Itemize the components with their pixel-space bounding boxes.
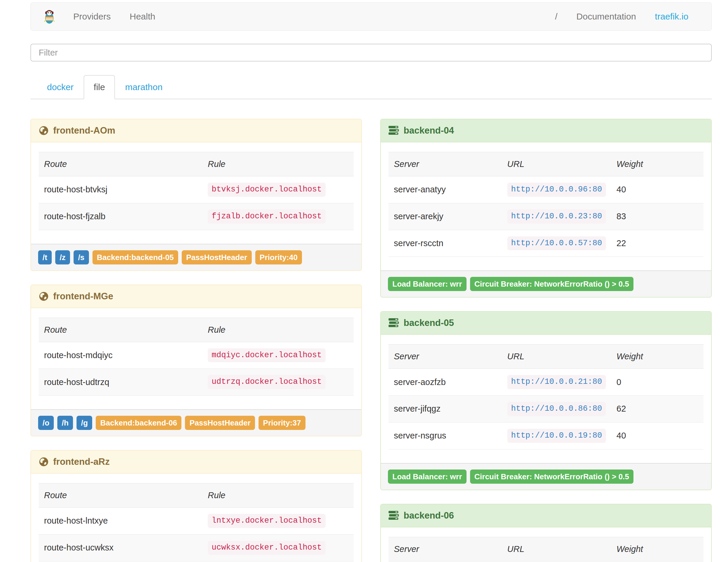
backends-column: backend-04 Server URL Weight xyxy=(380,119,712,562)
column-header-server: Server xyxy=(389,537,502,561)
frontend-title: frontend-MGe xyxy=(53,291,113,302)
route-name: route-host-ucwksx xyxy=(39,534,202,561)
rule-value: ucwksx.docker.localhost xyxy=(208,541,326,555)
circuit-breaker-badge: Circuit Breaker: NetworkErrorRatio () > … xyxy=(470,470,634,484)
priority-badge: Priority:40 xyxy=(255,250,302,264)
column-header-route: Route xyxy=(39,318,202,342)
server-url-link[interactable]: http://10.0.0.96:80 xyxy=(507,183,606,197)
backend-badge: Backend:backend-06 xyxy=(96,416,181,430)
load-balancer-badge: Load Balancer: wrr xyxy=(388,470,467,484)
server-url-link[interactable]: http://10.0.0.57:80 xyxy=(507,236,606,251)
frontend-panel-body: Route Rule route-host-mdqiyc mdqiyc.dock… xyxy=(31,308,361,410)
backend-panel-header: backend-06 xyxy=(381,504,711,527)
nav-link-providers[interactable]: Providers xyxy=(64,12,120,22)
frontend-panel-header: frontend-aRz xyxy=(31,451,361,474)
column-header-url: URL xyxy=(502,345,611,369)
server-name: server-arekjy xyxy=(389,203,502,230)
path-badge: /s xyxy=(74,250,89,264)
frontend-panel-header: frontend-AOm xyxy=(31,119,361,142)
traefik-logo-icon xyxy=(43,9,56,24)
rule-value: fjzalb.docker.localhost xyxy=(208,209,326,224)
server-row: server-jifqgz http://10.0.0.86:80 62 xyxy=(389,396,703,423)
server-url-link[interactable]: http://10.0.0.21:80 xyxy=(507,375,606,389)
path-badge: /t xyxy=(38,250,52,264)
tab-marathon[interactable]: marathon xyxy=(115,75,173,99)
routes-table: Route Rule route-host-btvksj btvksj.dock… xyxy=(39,152,354,230)
frontend-panel-header: frontend-MGe xyxy=(31,285,361,308)
rule-value: btvksj.docker.localhost xyxy=(208,183,326,197)
backend-panel-footer: Load Balancer: wrr Circuit Breaker: Netw… xyxy=(381,270,711,297)
frontend-title: frontend-aRz xyxy=(53,457,110,467)
globe-icon xyxy=(39,126,49,136)
servers-table: Server URL Weight server-anatyy http://1… xyxy=(389,152,703,257)
frontend-panel-footer: /o /h /g Backend:backend-06 PassHostHead… xyxy=(31,409,361,436)
tab-docker[interactable]: docker xyxy=(37,75,84,99)
filter-wrap xyxy=(30,44,712,61)
server-row: server-nsgrus http://10.0.0.19:80 40 xyxy=(389,422,703,449)
frontend-panel-aom: frontend-AOm Route Rule route-host-btvk xyxy=(30,119,362,271)
route-row: route-host-mdqiyc mdqiyc.docker.localhos… xyxy=(39,342,354,369)
route-row: route-host-btvksj btvksj.docker.localhos… xyxy=(39,176,354,203)
column-header-weight: Weight xyxy=(611,345,703,369)
nav-separator: / xyxy=(545,12,567,22)
column-header-weight: Weight xyxy=(611,152,703,176)
provider-tabs: docker file marathon xyxy=(30,75,712,99)
priority-badge: Priority:37 xyxy=(259,416,305,430)
path-badge: /h xyxy=(57,416,73,430)
server-url-link[interactable]: http://10.0.0.86:80 xyxy=(507,402,606,416)
route-name: route-host-btvksj xyxy=(39,176,202,203)
frontends-column: frontend-AOm Route Rule route-host-btvk xyxy=(30,119,362,562)
column-header-weight: Weight xyxy=(611,537,703,561)
route-name: route-host-lntxye xyxy=(39,508,202,535)
server-row: server-anatyy http://10.0.0.96:80 40 xyxy=(389,176,703,203)
backend-title: backend-04 xyxy=(404,125,454,136)
server-name: server-aozfzb xyxy=(389,369,502,396)
route-row: route-host-fjzalb fjzalb.docker.localhos… xyxy=(39,203,354,230)
path-badge: /o xyxy=(38,416,54,430)
server-weight: 22 xyxy=(611,230,703,257)
backend-title: backend-06 xyxy=(404,510,454,521)
backend-badge: Backend:backend-05 xyxy=(92,250,178,264)
frontend-title: frontend-AOm xyxy=(53,125,115,136)
server-name: server-rscctn xyxy=(389,230,502,257)
server-weight: 62 xyxy=(611,396,703,423)
nav-link-documentation[interactable]: Documentation xyxy=(567,12,646,22)
server-name: server-jifqgz xyxy=(389,396,502,423)
backend-panel-header: backend-04 xyxy=(381,119,711,142)
navbar-left: Providers Health xyxy=(31,9,165,24)
column-header-route: Route xyxy=(39,483,202,508)
route-row: route-host-lntxye lntxye.docker.localhos… xyxy=(39,508,354,535)
column-header-rule: Rule xyxy=(202,152,354,176)
frontend-panel-body: Route Rule route-host-lntxye lntxye.dock… xyxy=(31,474,361,562)
route-row: route-host-udtrzq udtrzq.docker.localhos… xyxy=(39,369,354,396)
servers-table: Server URL Weight server-opbuop http://1… xyxy=(389,537,703,562)
frontend-panel-arz: frontend-aRz Route Rule route-host-lntx xyxy=(30,450,362,562)
column-header-url: URL xyxy=(502,152,611,176)
backend-panel-body: Server URL Weight server-anatyy http://1… xyxy=(381,142,711,270)
nav-link-health[interactable]: Health xyxy=(120,12,165,22)
column-header-server: Server xyxy=(389,152,502,176)
globe-icon xyxy=(39,291,49,301)
backend-panel-header: backend-05 xyxy=(381,312,711,335)
tab-file[interactable]: file xyxy=(84,75,115,99)
server-weight: 40 xyxy=(611,422,703,449)
column-header-route: Route xyxy=(39,152,202,176)
filter-input[interactable] xyxy=(30,44,712,61)
frontend-panel-footer: /t /z /s Backend:backend-05 PassHostHead… xyxy=(31,244,361,270)
server-url-link[interactable]: http://10.0.0.23:80 xyxy=(507,209,606,224)
backend-panel-05: backend-05 Server URL Weight xyxy=(380,311,712,490)
server-url-link[interactable]: http://10.0.0.19:80 xyxy=(507,429,606,443)
server-stack-icon xyxy=(389,126,399,135)
circuit-breaker-badge: Circuit Breaker: NetworkErrorRatio () > … xyxy=(470,277,634,291)
server-weight: 40 xyxy=(611,176,703,203)
passhostheader-badge: PassHostHeader xyxy=(185,416,255,430)
routes-table: Route Rule route-host-mdqiyc mdqiyc.dock… xyxy=(39,318,354,396)
nav-link-traefik-io[interactable]: traefik.io xyxy=(646,12,698,22)
server-name: server-nsgrus xyxy=(389,422,502,449)
traefik-brand[interactable] xyxy=(31,9,64,24)
load-balancer-badge: Load Balancer: wrr xyxy=(388,277,467,291)
frontend-panel-body: Route Rule route-host-btvksj btvksj.dock… xyxy=(31,142,361,244)
backend-panel-06: backend-06 Server URL Weight xyxy=(380,504,712,562)
backend-panel-body: Server URL Weight server-aozfzb http://1… xyxy=(381,335,711,463)
rule-value: lntxye.docker.localhost xyxy=(208,514,326,528)
